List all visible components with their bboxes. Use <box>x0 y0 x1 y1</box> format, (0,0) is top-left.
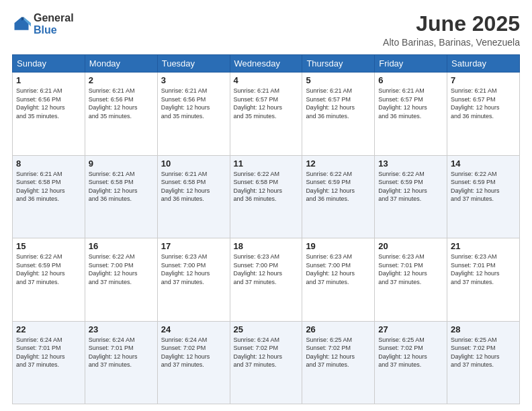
table-row: 17 Sunrise: 6:23 AMSunset: 7:00 PMDaylig… <box>157 238 230 321</box>
table-row: 3 Sunrise: 6:21 AMSunset: 6:56 PMDayligh… <box>157 73 230 155</box>
day-number: 17 <box>161 241 226 251</box>
day-info: Sunrise: 6:23 AMSunset: 7:01 PMDaylight:… <box>451 253 500 285</box>
day-number: 16 <box>89 241 154 251</box>
day-info: Sunrise: 6:21 AMSunset: 6:56 PMDaylight:… <box>16 87 65 120</box>
day-info: Sunrise: 6:21 AMSunset: 6:57 PMDaylight:… <box>378 87 427 120</box>
day-number: 12 <box>306 158 371 169</box>
table-row: 22 Sunrise: 6:24 AMSunset: 7:01 PMDaylig… <box>13 321 85 404</box>
day-info: Sunrise: 6:24 AMSunset: 7:02 PMDaylight:… <box>161 336 210 369</box>
day-info: Sunrise: 6:25 AMSunset: 7:02 PMDaylight:… <box>451 336 500 369</box>
logo-icon <box>12 15 31 34</box>
table-row: 20 Sunrise: 6:23 AMSunset: 7:01 PMDaylig… <box>375 238 447 321</box>
day-info: Sunrise: 6:22 AMSunset: 6:59 PMDaylight:… <box>451 171 500 203</box>
day-number: 22 <box>16 324 81 334</box>
calendar-title: June 2025 <box>383 12 520 36</box>
table-row: 24 Sunrise: 6:24 AMSunset: 7:02 PMDaylig… <box>157 321 230 404</box>
day-number: 1 <box>16 75 81 85</box>
title-section: June 2025 Alto Barinas, Barinas, Venezue… <box>383 12 520 48</box>
calendar-header-row: Sunday Monday Tuesday Wednesday Thursday… <box>13 55 520 73</box>
header-tuesday: Tuesday <box>157 55 230 73</box>
day-number: 21 <box>451 241 516 251</box>
table-row: 27 Sunrise: 6:25 AMSunset: 7:02 PMDaylig… <box>375 321 447 404</box>
day-number: 4 <box>234 75 299 85</box>
day-number: 27 <box>378 324 443 334</box>
table-row: 15 Sunrise: 6:22 AMSunset: 6:59 PMDaylig… <box>13 238 85 321</box>
day-number: 26 <box>306 324 371 334</box>
table-row: 5 Sunrise: 6:21 AMSunset: 6:57 PMDayligh… <box>302 73 375 155</box>
header-sunday: Sunday <box>13 55 85 73</box>
table-row: 6 Sunrise: 6:21 AMSunset: 6:57 PMDayligh… <box>375 73 447 155</box>
day-number: 20 <box>378 241 443 251</box>
day-number: 2 <box>89 75 154 85</box>
day-number: 6 <box>378 75 443 85</box>
table-row: 4 Sunrise: 6:21 AMSunset: 6:57 PMDayligh… <box>230 73 302 155</box>
table-row: 13 Sunrise: 6:22 AMSunset: 6:59 PMDaylig… <box>375 155 447 238</box>
table-row: 18 Sunrise: 6:23 AMSunset: 7:00 PMDaylig… <box>230 238 302 321</box>
header-saturday: Saturday <box>447 55 520 73</box>
calendar-row: 8 Sunrise: 6:21 AMSunset: 6:58 PMDayligh… <box>13 155 520 238</box>
day-number: 24 <box>161 324 226 334</box>
day-number: 7 <box>451 75 516 85</box>
header-friday: Friday <box>375 55 447 73</box>
day-number: 15 <box>16 241 81 251</box>
table-row: 1 Sunrise: 6:21 AMSunset: 6:56 PMDayligh… <box>13 73 85 155</box>
table-row: 19 Sunrise: 6:23 AMSunset: 7:00 PMDaylig… <box>302 238 375 321</box>
day-info: Sunrise: 6:22 AMSunset: 6:59 PMDaylight:… <box>378 171 427 203</box>
day-number: 11 <box>234 158 299 169</box>
calendar-row: 22 Sunrise: 6:24 AMSunset: 7:01 PMDaylig… <box>13 321 520 404</box>
table-row: 23 Sunrise: 6:24 AMSunset: 7:01 PMDaylig… <box>85 321 157 404</box>
day-info: Sunrise: 6:21 AMSunset: 6:56 PMDaylight:… <box>89 87 138 120</box>
day-info: Sunrise: 6:21 AMSunset: 6:58 PMDaylight:… <box>16 171 65 203</box>
day-number: 13 <box>378 158 443 169</box>
table-row: 14 Sunrise: 6:22 AMSunset: 6:59 PMDaylig… <box>447 155 520 238</box>
day-info: Sunrise: 6:21 AMSunset: 6:57 PMDaylight:… <box>451 87 500 120</box>
logo-text: General Blue <box>34 12 74 36</box>
day-info: Sunrise: 6:21 AMSunset: 6:58 PMDaylight:… <box>161 171 210 203</box>
day-info: Sunrise: 6:23 AMSunset: 7:01 PMDaylight:… <box>378 253 427 285</box>
day-info: Sunrise: 6:21 AMSunset: 6:56 PMDaylight:… <box>161 87 210 120</box>
day-info: Sunrise: 6:23 AMSunset: 7:00 PMDaylight:… <box>161 253 210 285</box>
day-info: Sunrise: 6:25 AMSunset: 7:02 PMDaylight:… <box>306 336 355 369</box>
logo-general-text: General <box>34 12 74 24</box>
header: General Blue June 2025 Alto Barinas, Bar… <box>12 12 520 48</box>
day-number: 10 <box>161 158 226 169</box>
table-row: 11 Sunrise: 6:22 AMSunset: 6:58 PMDaylig… <box>230 155 302 238</box>
day-number: 23 <box>89 324 154 334</box>
day-number: 14 <box>451 158 516 169</box>
header-monday: Monday <box>85 55 157 73</box>
logo: General Blue <box>12 12 74 36</box>
day-number: 25 <box>234 324 299 334</box>
day-number: 5 <box>306 75 371 85</box>
day-info: Sunrise: 6:25 AMSunset: 7:02 PMDaylight:… <box>378 336 427 369</box>
table-row: 7 Sunrise: 6:21 AMSunset: 6:57 PMDayligh… <box>447 73 520 155</box>
day-info: Sunrise: 6:22 AMSunset: 7:00 PMDaylight:… <box>89 253 138 285</box>
day-info: Sunrise: 6:24 AMSunset: 7:01 PMDaylight:… <box>89 336 138 369</box>
day-info: Sunrise: 6:21 AMSunset: 6:57 PMDaylight:… <box>306 87 355 120</box>
page: General Blue June 2025 Alto Barinas, Bar… <box>0 0 532 411</box>
logo-blue-text: Blue <box>34 24 74 36</box>
day-info: Sunrise: 6:21 AMSunset: 6:58 PMDaylight:… <box>89 171 138 203</box>
table-row: 12 Sunrise: 6:22 AMSunset: 6:59 PMDaylig… <box>302 155 375 238</box>
day-number: 8 <box>16 158 81 169</box>
day-number: 18 <box>234 241 299 251</box>
day-info: Sunrise: 6:22 AMSunset: 6:59 PMDaylight:… <box>306 171 355 203</box>
table-row: 2 Sunrise: 6:21 AMSunset: 6:56 PMDayligh… <box>85 73 157 155</box>
day-info: Sunrise: 6:22 AMSunset: 6:59 PMDaylight:… <box>16 253 65 285</box>
calendar-row: 15 Sunrise: 6:22 AMSunset: 6:59 PMDaylig… <box>13 238 520 321</box>
day-info: Sunrise: 6:24 AMSunset: 7:02 PMDaylight:… <box>234 336 283 369</box>
day-number: 3 <box>161 75 226 85</box>
header-thursday: Thursday <box>302 55 375 73</box>
table-row: 10 Sunrise: 6:21 AMSunset: 6:58 PMDaylig… <box>157 155 230 238</box>
table-row: 28 Sunrise: 6:25 AMSunset: 7:02 PMDaylig… <box>447 321 520 404</box>
table-row: 8 Sunrise: 6:21 AMSunset: 6:58 PMDayligh… <box>13 155 85 238</box>
day-info: Sunrise: 6:21 AMSunset: 6:57 PMDaylight:… <box>234 87 283 120</box>
calendar-subtitle: Alto Barinas, Barinas, Venezuela <box>383 37 520 48</box>
day-info: Sunrise: 6:22 AMSunset: 6:58 PMDaylight:… <box>234 171 283 203</box>
day-info: Sunrise: 6:23 AMSunset: 7:00 PMDaylight:… <box>306 253 355 285</box>
table-row: 21 Sunrise: 6:23 AMSunset: 7:01 PMDaylig… <box>447 238 520 321</box>
table-row: 26 Sunrise: 6:25 AMSunset: 7:02 PMDaylig… <box>302 321 375 404</box>
table-row: 25 Sunrise: 6:24 AMSunset: 7:02 PMDaylig… <box>230 321 302 404</box>
day-number: 9 <box>89 158 154 169</box>
table-row: 9 Sunrise: 6:21 AMSunset: 6:58 PMDayligh… <box>85 155 157 238</box>
calendar-table: Sunday Monday Tuesday Wednesday Thursday… <box>12 54 520 404</box>
